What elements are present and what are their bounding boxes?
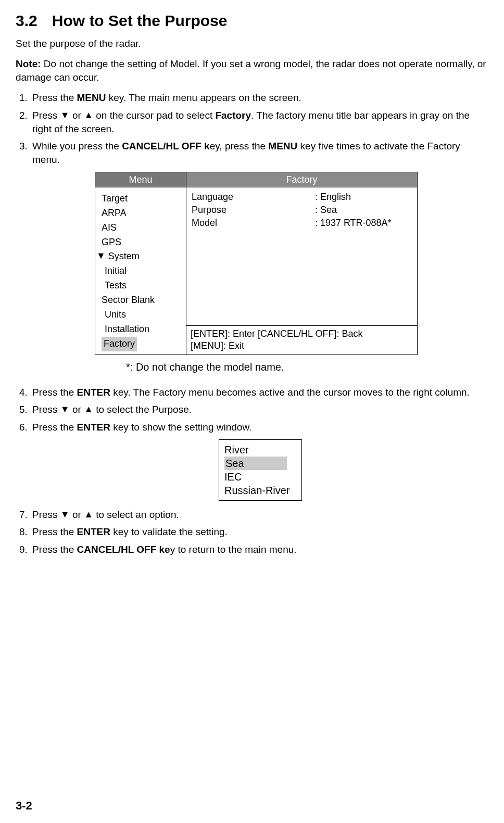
step-9: Press the CANCEL/HL OFF key to return to… [30, 543, 488, 556]
step2-t2: or [70, 110, 84, 121]
footer-line2: [MENU]: Exit [191, 340, 413, 352]
note-paragraph: Note: Do not change the setting of Model… [16, 57, 488, 84]
setting-val-model: : 1937 RTR-088A* [315, 217, 412, 230]
down-triangle-icon: ▼ [96, 249, 106, 263]
menu-left-items: Target ARPA AIS GPS ▼ System Initial Tes… [95, 187, 186, 354]
section-title: How to Set the Purpose [52, 12, 228, 29]
menu-left-header: Menu [95, 172, 186, 187]
step-7: Press ▼ or ▲ to select an option. [30, 508, 488, 522]
step1-key: MENU [77, 92, 106, 103]
step6-t2: key to show the setting window. [110, 422, 251, 433]
note-text: Do not change the setting of Model. If y… [16, 58, 486, 83]
step-5: Press ▼ or ▲ to select the Purpose. [30, 403, 488, 416]
popup-option-river: River [224, 443, 295, 457]
step5-t2: or [70, 404, 84, 415]
step7-t2: or [70, 509, 84, 520]
step1-post: key. The main menu appears on the screen… [106, 92, 301, 103]
step9-b1: CANCEL/HL OFF ke [77, 544, 170, 555]
setting-val-purpose: : Sea [315, 204, 412, 217]
step1-pre: Press the [32, 92, 77, 103]
step-4: Press the ENTER key. The Factory menu be… [30, 386, 488, 399]
popup-figure: River Sea IEC Russian-River [32, 439, 488, 501]
setting-key-model: Model [192, 217, 315, 230]
menu-left-column: Menu Target ARPA AIS GPS ▼ System Initia… [95, 172, 186, 354]
section-number: 3.2 [16, 10, 37, 32]
menu-setting-values: : English : Sea : 1937 RTR-088A* [315, 191, 412, 322]
menu-box: Menu Target ARPA AIS GPS ▼ System Initia… [95, 172, 418, 355]
menu-item-ais: AIS [102, 221, 183, 235]
step5-t3: to select the Purpose. [93, 404, 192, 415]
down-triangle-icon: ▼ [60, 403, 70, 415]
step7-t1: Press [32, 509, 60, 520]
up-triangle-icon: ▲ [84, 508, 93, 521]
section-heading: 3.2How to Set the Purpose [16, 10, 488, 32]
purpose-popup: River Sea IEC Russian-River [219, 439, 302, 501]
menu-item-target: Target [102, 192, 183, 206]
model-footnote: *: Do not change the model name. [126, 360, 488, 374]
note-label: Note: [16, 58, 41, 69]
step7-t3: to select an option. [93, 509, 179, 520]
step2-t3: on the cursor pad to select [93, 110, 215, 121]
menu-item-initial: Initial [102, 264, 183, 278]
menu-footer: [ENTER]: Enter [CANCEL/HL OFF]: Back [ME… [186, 326, 417, 354]
step3-t2: ey, press the [210, 141, 269, 151]
menu-item-installation: Installation [102, 322, 183, 337]
step-2: Press ▼ or ▲ on the cursor pad to select… [30, 109, 488, 135]
menu-figure: Menu Target ARPA AIS GPS ▼ System Initia… [95, 172, 488, 355]
step9-t1: Press the [32, 544, 77, 555]
step3-b1: CANCEL/HL OFF k [122, 141, 210, 151]
menu-setting-keys: Language Purpose Model [192, 191, 315, 322]
step5-t1: Press [32, 404, 60, 415]
step8-t1: Press the [32, 526, 77, 537]
menu-right-header: Factory [186, 172, 417, 187]
step3-b2: MENU [268, 141, 297, 151]
menu-item-system: ▼ System [96, 249, 183, 264]
setting-key-purpose: Purpose [192, 204, 315, 217]
step-3: While you press the CANCEL/HL OFF key, p… [30, 140, 488, 374]
intro-text: Set the purpose of the radar. [16, 37, 488, 50]
menu-item-gps: GPS [102, 235, 183, 250]
step-8: Press the ENTER key to validate the sett… [30, 525, 488, 539]
step-6: Press the ENTER key to show the setting … [30, 421, 488, 501]
step-1: Press the MENU key. The main menu appear… [30, 91, 488, 105]
menu-item-units: Units [102, 308, 183, 322]
popup-option-russian-river: Russian-River [224, 484, 295, 497]
step3-t1: While you press the [32, 141, 122, 151]
menu-item-tests: Tests [102, 278, 183, 293]
popup-option-iec: IEC [224, 470, 295, 484]
footer-line1: [ENTER]: Enter [CANCEL/HL OFF]: Back [191, 328, 413, 340]
up-triangle-icon: ▲ [84, 109, 93, 121]
popup-option-sea: Sea [224, 457, 295, 470]
setting-val-language: : English [315, 191, 412, 204]
menu-right-column: Factory Language Purpose Model : English… [186, 172, 417, 354]
setting-key-language: Language [192, 191, 315, 204]
down-triangle-icon: ▼ [60, 508, 70, 521]
step4-b1: ENTER [77, 387, 110, 398]
up-triangle-icon: ▲ [84, 403, 93, 415]
factory-highlight: Factory [102, 337, 137, 351]
step4-t1: Press the [32, 387, 77, 398]
step6-t1: Press the [32, 422, 77, 433]
step8-t2: key to validate the setting. [110, 526, 228, 537]
menu-item-arpa: ARPA [102, 206, 183, 221]
step8-b1: ENTER [77, 526, 110, 537]
down-triangle-icon: ▼ [60, 109, 70, 121]
menu-item-factory: Factory [102, 337, 183, 351]
step6-b1: ENTER [77, 422, 110, 433]
step2-t1: Press [32, 110, 60, 121]
step2-bold: Factory [215, 110, 251, 121]
system-label: System [108, 251, 140, 261]
menu-item-sector-blank: Sector Blank [102, 293, 183, 308]
step9-t2: y to return to the main menu. [170, 544, 297, 555]
step4-t2: key. The Factory menu becomes active and… [110, 387, 470, 398]
steps-list: Press the MENU key. The main menu appear… [16, 91, 488, 556]
menu-right-body: Language Purpose Model : English : Sea :… [186, 187, 417, 326]
selected-option: Sea [224, 457, 287, 470]
